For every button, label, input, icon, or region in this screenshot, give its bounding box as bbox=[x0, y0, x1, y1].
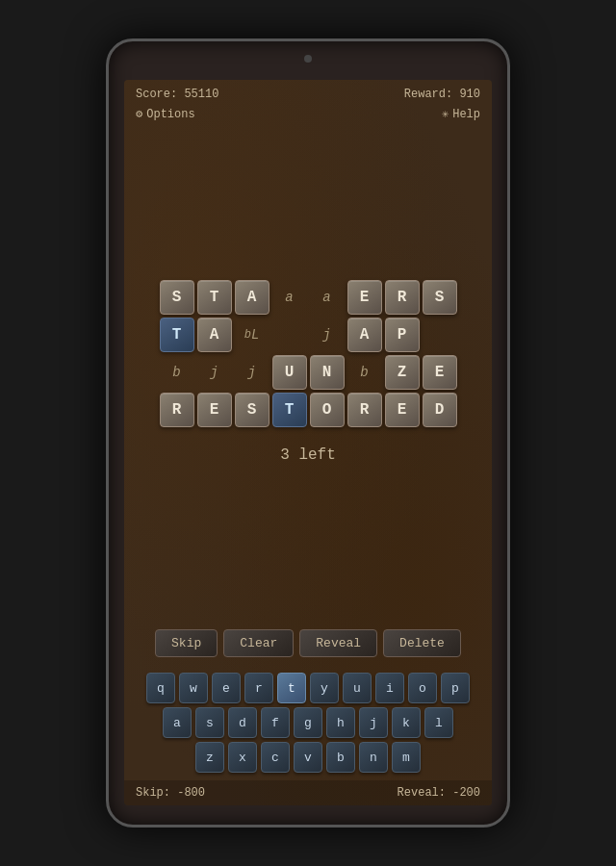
key-x[interactable]: x bbox=[228, 742, 257, 773]
key-l[interactable]: l bbox=[424, 707, 453, 738]
key-w[interactable]: w bbox=[179, 673, 208, 703]
game-area: STAaaERSTAbLjAPbjjUNbZERESTORED 3 left bbox=[124, 129, 492, 629]
grid-cell[interactable]: U bbox=[272, 355, 307, 390]
grid-cell[interactable]: A bbox=[197, 318, 232, 352]
delete-button[interactable]: Delete bbox=[383, 629, 461, 657]
grid-cell[interactable]: E bbox=[385, 393, 420, 427]
key-u[interactable]: u bbox=[343, 673, 372, 703]
tablet-device: Score: 55110 Reward: 910 ⚙ Options ✳ Hel… bbox=[106, 38, 510, 828]
options-icon: ⚙ bbox=[136, 107, 142, 121]
key-r[interactable]: r bbox=[244, 673, 273, 703]
score-display: Score: 55110 bbox=[136, 88, 218, 101]
key-a[interactable]: a bbox=[163, 707, 192, 738]
grid-cell[interactable]: a bbox=[310, 280, 345, 315]
options-label: Options bbox=[146, 108, 194, 121]
keyboard-row: qwertyuiop bbox=[132, 673, 484, 703]
key-p[interactable]: p bbox=[441, 673, 470, 703]
key-f[interactable]: f bbox=[261, 707, 290, 738]
subheader: ⚙ Options ✳ Help bbox=[124, 105, 492, 129]
reveal-cost: Reveal: -200 bbox=[398, 786, 480, 800]
grid-cell[interactable]: b bbox=[160, 355, 194, 390]
key-o[interactable]: o bbox=[408, 673, 437, 703]
grid-cell[interactable]: A bbox=[347, 318, 382, 352]
grid-cell[interactable]: E bbox=[347, 280, 382, 315]
skip-button[interactable]: Skip bbox=[155, 629, 218, 657]
key-j[interactable]: j bbox=[359, 707, 388, 738]
key-e[interactable]: e bbox=[212, 673, 241, 703]
keyboard-row: zxcvbnm bbox=[132, 742, 484, 773]
grid-cell[interactable]: S bbox=[423, 280, 457, 315]
grid-cell[interactable] bbox=[272, 318, 307, 352]
options-button[interactable]: ⚙ Options bbox=[136, 107, 195, 121]
clear-button[interactable]: Clear bbox=[223, 629, 294, 657]
grid-cell[interactable]: T bbox=[272, 393, 307, 427]
grid-cell[interactable]: R bbox=[160, 393, 194, 427]
grid-cell[interactable]: bL bbox=[235, 318, 270, 352]
header: Score: 55110 Reward: 910 bbox=[124, 80, 492, 105]
grid-cell[interactable]: T bbox=[197, 280, 232, 315]
grid-cell[interactable]: S bbox=[160, 280, 194, 315]
key-b[interactable]: b bbox=[326, 742, 355, 773]
reward-display: Reward: 910 bbox=[404, 88, 480, 101]
key-q[interactable]: q bbox=[146, 673, 175, 703]
key-g[interactable]: g bbox=[294, 707, 322, 738]
screen: Score: 55110 Reward: 910 ⚙ Options ✳ Hel… bbox=[124, 80, 492, 805]
keyboard: qwertyuiopasdfghjklzxcvbnm bbox=[124, 669, 492, 780]
skip-cost: Skip: -800 bbox=[136, 786, 205, 800]
key-t[interactable]: t bbox=[277, 673, 306, 703]
action-buttons: Skip Clear Reveal Delete bbox=[124, 629, 492, 657]
letter-grid: STAaaERSTAbLjAPbjjUNbZERESTORED bbox=[160, 280, 457, 427]
content: Score: 55110 Reward: 910 ⚙ Options ✳ Hel… bbox=[124, 80, 492, 805]
key-h[interactable]: h bbox=[326, 707, 355, 738]
grid-cell[interactable]: Z bbox=[385, 355, 420, 390]
key-s[interactable]: s bbox=[195, 707, 224, 738]
key-n[interactable]: n bbox=[359, 742, 388, 773]
key-v[interactable]: v bbox=[294, 742, 322, 773]
grid-cell[interactable]: j bbox=[235, 355, 270, 390]
key-i[interactable]: i bbox=[375, 673, 404, 703]
key-d[interactable]: d bbox=[228, 707, 257, 738]
grid-cell[interactable]: j bbox=[310, 318, 345, 352]
grid-cell[interactable]: O bbox=[310, 393, 345, 427]
grid-cell[interactable]: a bbox=[272, 280, 307, 315]
grid-cell[interactable]: E bbox=[423, 355, 457, 390]
help-label: Help bbox=[452, 108, 480, 121]
left-count: 3 left bbox=[280, 446, 336, 464]
grid-cell[interactable]: A bbox=[235, 280, 270, 315]
grid-cell[interactable]: S bbox=[235, 393, 270, 427]
grid-cell[interactable]: R bbox=[385, 280, 420, 315]
grid-cell[interactable]: N bbox=[310, 355, 345, 390]
key-z[interactable]: z bbox=[195, 742, 224, 773]
grid-cell[interactable]: b bbox=[347, 355, 382, 390]
reveal-button[interactable]: Reveal bbox=[299, 629, 377, 657]
key-y[interactable]: y bbox=[310, 673, 339, 703]
grid-cell[interactable]: R bbox=[347, 393, 382, 427]
help-icon: ✳ bbox=[442, 107, 449, 121]
footer: Skip: -800 Reveal: -200 bbox=[124, 780, 492, 805]
grid-cell[interactable]: E bbox=[197, 393, 232, 427]
grid-cell[interactable]: j bbox=[197, 355, 232, 390]
key-c[interactable]: c bbox=[261, 742, 290, 773]
key-k[interactable]: k bbox=[392, 707, 421, 738]
grid-cell[interactable]: P bbox=[385, 318, 420, 352]
grid-cell[interactable]: D bbox=[423, 393, 457, 427]
grid-cell[interactable] bbox=[423, 318, 457, 352]
keyboard-row: asdfghjkl bbox=[132, 707, 484, 738]
key-m[interactable]: m bbox=[392, 742, 421, 773]
help-button[interactable]: ✳ Help bbox=[442, 107, 480, 121]
grid-cell[interactable]: T bbox=[160, 318, 194, 352]
